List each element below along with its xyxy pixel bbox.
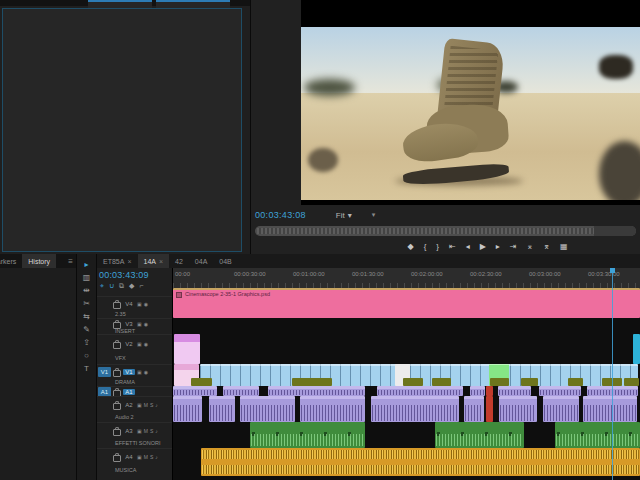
scrub-handle-end[interactable] xyxy=(594,226,636,236)
clip-a1-purple[interactable] xyxy=(539,386,581,396)
source-patch-a3[interactable] xyxy=(98,426,111,436)
sync-lock-icon[interactable]: ▣ xyxy=(137,428,142,434)
clip-a3-agreen[interactable] xyxy=(555,422,640,448)
linked-selection-icon[interactable]: ⧉ xyxy=(119,282,124,290)
add-marker-icon[interactable]: ◆ xyxy=(129,282,134,290)
lift-button[interactable]: ⌅ xyxy=(527,243,534,251)
track-header-a4[interactable]: A4▣MS♪MUSICA xyxy=(97,448,172,477)
close-tab-icon[interactable]: × xyxy=(127,258,131,265)
mute-icon[interactable]: M xyxy=(144,454,148,460)
clip-a1-purple[interactable] xyxy=(173,386,217,396)
zoom-level-dropdown[interactable]: Fit ▾ xyxy=(336,211,352,220)
program-timecode[interactable]: 00:03:43:08 xyxy=(255,210,306,220)
track-target-a4[interactable]: A4 xyxy=(123,454,135,460)
sync-lock-icon[interactable]: ▣ xyxy=(137,402,142,408)
clip-a4-orange[interactable] xyxy=(201,448,640,476)
hand-tool[interactable]: ⇪ xyxy=(83,338,90,347)
sync-lock-icon[interactable]: ▣ xyxy=(137,454,142,460)
clip-a2-purple[interactable] xyxy=(583,396,637,422)
mute-icon[interactable]: M xyxy=(144,428,148,434)
track-lock-icon[interactable] xyxy=(113,342,121,349)
track-lock-icon[interactable] xyxy=(113,370,121,377)
type-tool[interactable]: T xyxy=(84,364,89,373)
razor-tool[interactable]: ✂ xyxy=(83,299,90,308)
source-patch-v3[interactable] xyxy=(98,319,111,329)
clip-a2-purple[interactable] xyxy=(240,396,295,422)
sync-lock-icon[interactable]: ▣ xyxy=(137,341,142,347)
voiceover-record-icon[interactable]: ♪ xyxy=(155,454,158,460)
track-output-icon[interactable]: ◉ xyxy=(144,321,148,327)
clip-v4-pink[interactable]: Cinemascope 2-35-1 Graphics.psd xyxy=(173,288,640,318)
timeline-tab-et85a[interactable]: ET85A× xyxy=(97,254,138,268)
clip-v1-olive[interactable] xyxy=(568,378,583,386)
source-panel-tab[interactable] xyxy=(156,0,230,8)
timeline-tab-04a[interactable]: 04A xyxy=(189,254,213,268)
timeline-tab-04b[interactable]: 04B xyxy=(213,254,237,268)
snap-icon[interactable]: ∪ xyxy=(109,282,114,290)
timeline-ruler[interactable]: 00:0000:00:30:0000:01:00:0000:01:30:0000… xyxy=(173,268,640,288)
solo-icon[interactable]: S xyxy=(150,428,153,434)
track-header-v2[interactable]: V2▣◉VFX xyxy=(97,334,172,365)
tab-markers[interactable]: Markers xyxy=(0,254,22,268)
clip-a1-purple[interactable] xyxy=(470,386,485,396)
timeline-settings-icon[interactable]: ⌐ xyxy=(139,282,143,290)
solo-icon[interactable]: S xyxy=(150,454,153,460)
clip-a3-agreen[interactable] xyxy=(435,422,524,448)
program-scrub-bar[interactable] xyxy=(255,226,636,236)
playback-resolution-dropdown[interactable]: ▾ xyxy=(372,211,376,219)
track-header-a3[interactable]: A3▣MS♪EFFETTI SONORI xyxy=(97,422,172,449)
tab-history[interactable]: History xyxy=(22,254,56,268)
clip-a2-purple[interactable] xyxy=(543,396,579,422)
clip-a2-purple[interactable] xyxy=(371,396,459,422)
selection-tool[interactable]: ▸ xyxy=(84,260,88,269)
track-target-a2[interactable]: A2 xyxy=(123,402,135,408)
add-marker-button[interactable]: ◆ xyxy=(407,243,413,251)
source-patch-v1[interactable]: V1 xyxy=(98,367,111,377)
track-target-v4[interactable]: V4 xyxy=(123,301,135,307)
mark-in-button[interactable]: { xyxy=(424,243,427,251)
clip-v2-violet[interactable] xyxy=(174,334,200,364)
track-lock-icon[interactable] xyxy=(113,322,121,329)
close-tab-icon[interactable]: × xyxy=(159,258,163,265)
pen-tool[interactable]: ✎ xyxy=(83,325,90,334)
zoom-tool[interactable]: ○ xyxy=(84,351,89,360)
source-patch-v2[interactable] xyxy=(98,339,111,349)
clip-v1-olive[interactable] xyxy=(624,378,639,386)
playhead-head[interactable] xyxy=(610,268,615,273)
track-output-icon[interactable]: ◉ xyxy=(144,341,148,347)
track-select-tool[interactable]: ▥ xyxy=(83,273,91,282)
track-header-v1[interactable]: V1V1▣◉DRAMA xyxy=(97,364,172,387)
clip-a2-purple[interactable] xyxy=(499,396,537,422)
clip-v1-olive[interactable] xyxy=(191,378,212,386)
export-frame-button[interactable]: ▦ xyxy=(560,243,568,251)
play-button[interactable]: ▶ xyxy=(480,243,486,251)
slip-tool[interactable]: ⇆ xyxy=(83,312,90,321)
clip-a2-red[interactable] xyxy=(486,396,493,422)
panel-menu-icon[interactable]: ≡ xyxy=(68,257,76,266)
clip-a2-purple[interactable] xyxy=(209,396,234,422)
timeline-timecode[interactable]: 00:03:43:09 xyxy=(97,268,172,280)
source-panel-tab[interactable] xyxy=(88,0,152,8)
track-lock-icon[interactable] xyxy=(113,429,121,436)
clip-a1-purple[interactable] xyxy=(268,386,365,396)
sync-lock-icon[interactable]: ▣ xyxy=(137,301,142,307)
track-lock-icon[interactable] xyxy=(113,403,121,410)
timeline-tab-42[interactable]: 42 xyxy=(169,254,189,268)
track-target-a1[interactable]: A1 xyxy=(123,389,135,395)
clip-v1-olive[interactable] xyxy=(490,378,510,386)
clip-a1-purple[interactable] xyxy=(377,386,464,396)
track-target-a3[interactable]: A3 xyxy=(123,428,135,434)
sequence-target-icon[interactable]: ⌖ xyxy=(100,282,104,290)
clip-v1-olive[interactable] xyxy=(432,378,452,386)
mark-out-button[interactable]: } xyxy=(436,243,439,251)
track-output-icon[interactable]: ◉ xyxy=(144,369,148,375)
solo-icon[interactable]: S xyxy=(150,402,153,408)
go-to-in-button[interactable]: ⇤ xyxy=(449,243,456,251)
clip-v2-cyan[interactable] xyxy=(633,334,640,364)
track-target-v3[interactable]: V3 xyxy=(123,321,135,327)
timeline-tab-14a[interactable]: 14A× xyxy=(138,254,170,268)
track-header-v3[interactable]: V3▣◉INSERT xyxy=(97,318,172,335)
mute-icon[interactable]: M xyxy=(144,402,148,408)
ripple-edit-tool[interactable]: ⇹ xyxy=(83,286,90,295)
step-back-button[interactable]: ◂ xyxy=(466,243,470,251)
